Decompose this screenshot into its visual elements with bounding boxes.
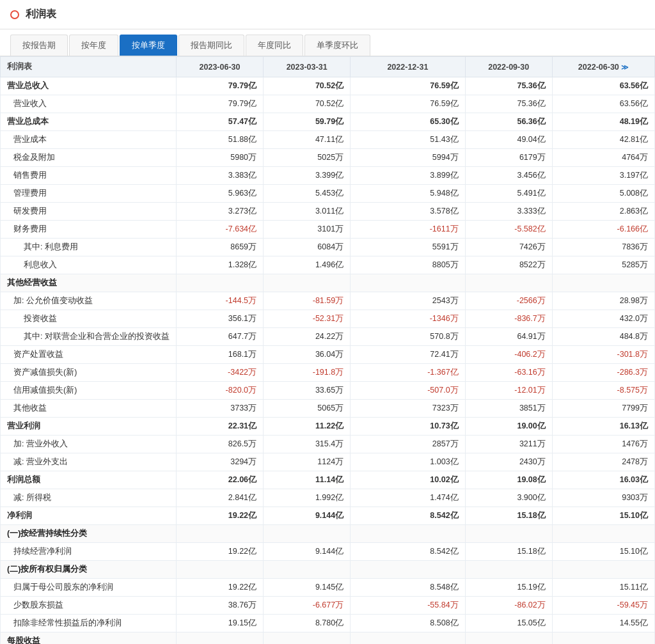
cell-22-3: 19.08亿 (465, 471, 552, 489)
cell-2-4: 48.19亿 (552, 113, 654, 131)
cell-15-3: -406.2万 (465, 346, 552, 364)
more-columns-icon[interactable]: ≫ (619, 63, 629, 71)
cell-26-4: 15.10亿 (552, 543, 654, 561)
table-container: 利润表2023-06-302023-03-312022-12-312022-09… (0, 56, 655, 644)
table-row: 利润总额22.06亿11.14亿10.02亿19.08亿16.03亿 (1, 471, 655, 489)
col-header-1: 2023-06-30 (176, 57, 263, 77)
cell-3-2: 51.43亿 (351, 131, 465, 149)
cell-22-1: 11.14亿 (264, 471, 351, 489)
cell-31-2 (351, 632, 465, 645)
cell-16-3: -63.16万 (465, 364, 552, 382)
cell-2-1: 59.79亿 (264, 113, 351, 131)
cell-20-1: 315.4万 (264, 436, 351, 453)
cell-30-3: 15.05亿 (465, 615, 552, 632)
cell-7-1: 3.011亿 (264, 203, 351, 221)
cell-12-0: -144.5万 (176, 292, 263, 310)
row-label-8: 财务费用 (1, 221, 177, 239)
tab-4[interactable]: 年度同比 (246, 35, 303, 56)
table-row: 利息收入1.328亿1.496亿8805万8522万5285万 (1, 256, 655, 274)
cell-19-4: 16.13亿 (552, 418, 654, 436)
cell-26-3: 15.18亿 (465, 543, 552, 561)
tab-2[interactable]: 按单季度 (120, 35, 177, 56)
cell-26-0: 19.22亿 (176, 543, 263, 561)
cell-1-0: 79.79亿 (176, 95, 263, 113)
cell-25-0 (176, 525, 263, 543)
cell-29-4: -59.45万 (552, 597, 654, 615)
cell-15-1: 36.04万 (264, 346, 351, 364)
table-row: (一)按经营持续性分类 (1, 525, 655, 543)
cell-0-4: 63.56亿 (552, 77, 654, 95)
cell-24-0: 19.22亿 (176, 507, 263, 525)
tab-0[interactable]: 按报告期 (10, 35, 68, 56)
cell-17-1: 33.65万 (264, 382, 351, 400)
cell-13-0: 356.1万 (176, 310, 263, 328)
table-row: 销售费用3.383亿3.399亿3.899亿3.456亿3.197亿 (1, 167, 655, 185)
cell-15-4: -301.8万 (552, 346, 654, 364)
profit-table: 利润表2023-06-302023-03-312022-12-312022-09… (0, 56, 655, 644)
cell-4-0: 5980万 (176, 149, 263, 167)
row-label-14: 其中: 对联营企业和合营企业的投资收益 (1, 328, 177, 346)
cell-4-2: 5994万 (351, 149, 465, 167)
cell-21-4: 2478万 (552, 453, 654, 471)
cell-30-0: 19.15亿 (176, 615, 263, 632)
cell-18-2: 7323万 (351, 400, 465, 418)
cell-4-1: 5025万 (264, 149, 351, 167)
cell-19-2: 10.73亿 (351, 418, 465, 436)
cell-18-0: 3733万 (176, 400, 263, 418)
cell-1-1: 70.52亿 (264, 95, 351, 113)
table-row: 税金及附加5980万5025万5994万6179万4764万 (1, 149, 655, 167)
cell-25-2 (351, 525, 465, 543)
row-label-20: 加: 营业外收入 (1, 436, 177, 453)
header-title: 利润表 (26, 8, 56, 21)
cell-28-3: 15.19亿 (465, 579, 552, 597)
tab-3[interactable]: 报告期同比 (178, 35, 244, 56)
cell-2-2: 65.30亿 (351, 113, 465, 131)
row-label-15: 资产处置收益 (1, 346, 177, 364)
table-row: 减: 所得税2.841亿1.992亿1.474亿3.900亿9303万 (1, 489, 655, 507)
row-label-28: 归属于母公司股东的净利润 (1, 579, 177, 597)
col-header-0: 利润表 (1, 57, 177, 77)
row-label-4: 税金及附加 (1, 149, 177, 167)
tab-1[interactable]: 按年度 (69, 35, 118, 56)
cell-12-2: 2543万 (351, 292, 465, 310)
tab-5[interactable]: 单季度环比 (304, 35, 370, 56)
cell-16-1: -191.8万 (264, 364, 351, 382)
table-row: 资产减值损失(新)-3422万-191.8万-1.367亿-63.16万-286… (1, 364, 655, 382)
cell-12-4: 28.98万 (552, 292, 654, 310)
cell-8-4: -6.166亿 (552, 221, 654, 239)
table-row: 持续经营净利润19.22亿9.144亿8.542亿15.18亿15.10亿 (1, 543, 655, 561)
row-label-27: (二)按所有权归属分类 (1, 561, 177, 579)
cell-24-2: 8.542亿 (351, 507, 465, 525)
cell-0-0: 79.79亿 (176, 77, 263, 95)
cell-23-3: 3.900亿 (465, 489, 552, 507)
cell-5-0: 3.383亿 (176, 167, 263, 185)
cell-26-2: 8.542亿 (351, 543, 465, 561)
cell-27-0 (176, 561, 263, 579)
table-row: 其中: 对联营企业和合营企业的投资收益647.7万24.22万570.8万64.… (1, 328, 655, 346)
cell-27-3 (465, 561, 552, 579)
table-row: 归属于母公司股东的净利润19.22亿9.145亿8.548亿15.19亿15.1… (1, 579, 655, 597)
cell-20-4: 1476万 (552, 436, 654, 453)
table-row: 营业收入79.79亿70.52亿76.59亿75.36亿63.56亿 (1, 95, 655, 113)
cell-19-0: 22.31亿 (176, 418, 263, 436)
cell-24-3: 15.18亿 (465, 507, 552, 525)
table-row: 营业成本51.88亿47.11亿51.43亿49.04亿42.81亿 (1, 131, 655, 149)
cell-3-1: 47.11亿 (264, 131, 351, 149)
cell-22-2: 10.02亿 (351, 471, 465, 489)
cell-21-3: 2430万 (465, 453, 552, 471)
header-icon (10, 10, 19, 19)
cell-27-2 (351, 561, 465, 579)
cell-1-3: 75.36亿 (465, 95, 552, 113)
table-row: 减: 营业外支出3294万1124万1.003亿2430万2478万 (1, 453, 655, 471)
cell-0-1: 70.52亿 (264, 77, 351, 95)
cell-9-4: 7836万 (552, 239, 654, 256)
cell-17-3: -12.01万 (465, 382, 552, 400)
cell-8-0: -7.634亿 (176, 221, 263, 239)
cell-20-0: 826.5万 (176, 436, 263, 453)
cell-7-0: 3.273亿 (176, 203, 263, 221)
tab-bar: 按报告期按年度按单季度报告期同比年度同比单季度环比 (0, 29, 655, 56)
cell-28-2: 8.548亿 (351, 579, 465, 597)
row-label-31: 每股收益 (1, 632, 177, 645)
row-label-24: 净利润 (1, 507, 177, 525)
cell-14-2: 570.8万 (351, 328, 465, 346)
